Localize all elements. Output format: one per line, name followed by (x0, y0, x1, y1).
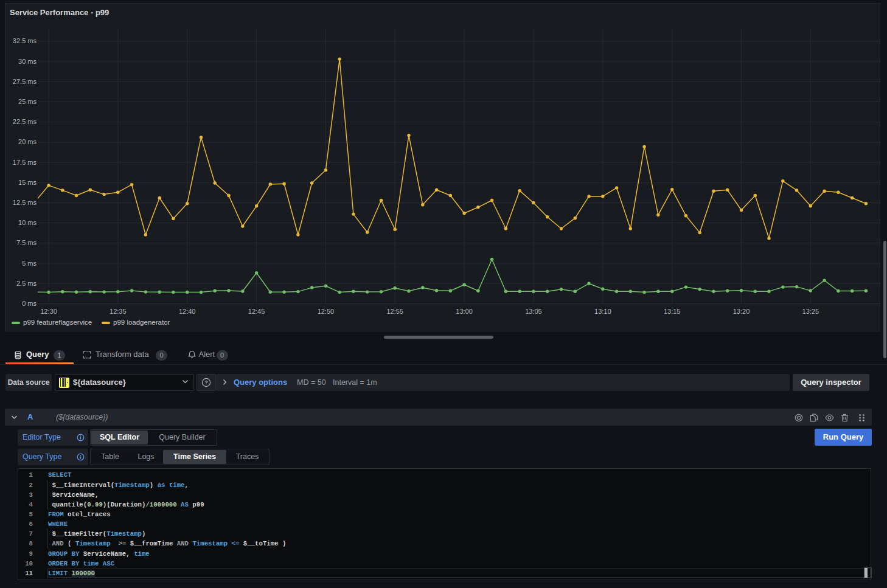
svg-text:32.5 ms: 32.5 ms (13, 37, 37, 44)
svg-text:13:05: 13:05 (525, 308, 542, 315)
svg-text:12:40: 12:40 (179, 308, 196, 315)
svg-text:2.5 ms: 2.5 ms (16, 280, 37, 287)
svg-text:22.5 ms: 22.5 ms (13, 118, 37, 125)
svg-text:30 ms: 30 ms (18, 58, 37, 65)
svg-text:7.5 ms: 7.5 ms (16, 239, 37, 246)
svg-text:13:00: 13:00 (456, 308, 473, 315)
svg-text:15 ms: 15 ms (18, 179, 37, 186)
svg-text:13:10: 13:10 (594, 308, 611, 315)
svg-text:25 ms: 25 ms (18, 98, 37, 105)
svg-text:12:30: 12:30 (40, 308, 57, 315)
svg-text:10 ms: 10 ms (18, 219, 37, 226)
svg-text:0 ms: 0 ms (22, 300, 37, 307)
svg-text:17.5 ms: 17.5 ms (13, 159, 37, 166)
svg-text:12:50: 12:50 (318, 308, 335, 315)
svg-text:5 ms: 5 ms (22, 260, 37, 267)
svg-text:20 ms: 20 ms (18, 138, 37, 145)
svg-text:13:15: 13:15 (664, 308, 681, 315)
svg-text:12:35: 12:35 (110, 308, 127, 315)
svg-text:27.5 ms: 27.5 ms (13, 78, 37, 85)
svg-text:12:45: 12:45 (248, 308, 265, 315)
svg-text:12:55: 12:55 (386, 308, 403, 315)
svg-text:12.5 ms: 12.5 ms (13, 199, 37, 206)
svg-text:13:20: 13:20 (733, 308, 750, 315)
svg-text:?: ? (204, 379, 208, 386)
svg-text:13:25: 13:25 (802, 308, 819, 315)
